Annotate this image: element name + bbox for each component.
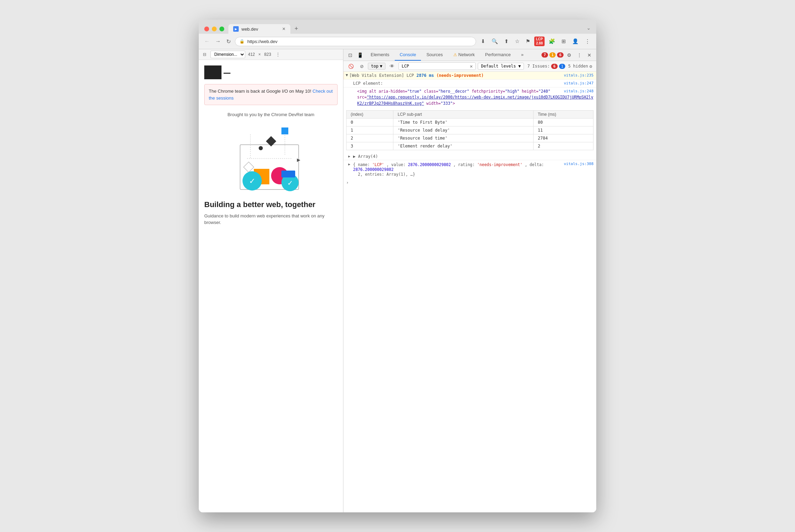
- devtools-device-icon[interactable]: 📱: [355, 50, 365, 61]
- warn-count-badge: 1: [549, 52, 556, 58]
- toolbar-actions: ⬇ 🔍 ⬆ ☆ ⚑ LCP 2.88 🧩 ⊞ 👤 ⋮: [479, 37, 592, 46]
- download-icon[interactable]: ⬇: [479, 37, 487, 46]
- tab-performance[interactable]: Performance: [480, 49, 515, 61]
- lcp-badge-value: 2.88: [536, 41, 543, 45]
- console-gear-icon[interactable]: ⚙: [589, 64, 592, 69]
- maximize-button[interactable]: [219, 27, 224, 31]
- page-heading: Building a better web, together: [204, 200, 338, 210]
- vitals-ref-1[interactable]: vitals.js:235: [564, 73, 593, 78]
- attr-width-val: "333": [441, 101, 453, 106]
- row-1-part: 'Resource load delay': [393, 126, 534, 134]
- devtools-inspect-icon[interactable]: ⊡: [346, 50, 354, 61]
- issues-error-badge: 6: [551, 64, 558, 69]
- browser-viewport: ⊟ Dimension... 412 × 823 ⋮ The Chrome te…: [199, 49, 343, 512]
- tab-sources[interactable]: Sources: [422, 49, 448, 61]
- row-1-index: 1: [347, 126, 393, 134]
- devtools-panel: ⊡ 📱 Elements Console Sources ⚠ Network P…: [343, 49, 596, 512]
- console-toolbar: 🚫 ⊘ top ▼ 👁 ✕ Default levels ▼ 7 Issues:: [343, 61, 596, 72]
- devtools-close-icon[interactable]: ✕: [585, 50, 593, 61]
- split-icon[interactable]: ⊞: [559, 37, 568, 46]
- vitals-ref-2[interactable]: vitals.js:247: [564, 81, 593, 85]
- obj-expand-icon[interactable]: ▶: [348, 162, 350, 166]
- filter-clear-icon[interactable]: ✕: [470, 63, 473, 69]
- attr-width: width=: [426, 101, 441, 106]
- obj-comma3: ,: [525, 162, 530, 167]
- brought-by-text: Brought to you by the Chrome DevRel team: [204, 112, 338, 117]
- hero-illustration: ✓ ✓: [230, 124, 312, 193]
- console-clear-button[interactable]: 🚫: [346, 63, 356, 70]
- address-bar[interactable]: 🔒 https://web.dev: [235, 37, 476, 46]
- row-2-time: 2784: [534, 134, 593, 142]
- flag-icon[interactable]: ⚑: [524, 37, 532, 46]
- console-filter-input[interactable]: [402, 64, 468, 69]
- main-area: ⊟ Dimension... 412 × 823 ⋮ The Chrome te…: [199, 49, 596, 512]
- lcp-header-label: [Web Vitals Extension] LCP: [349, 73, 414, 78]
- devtools-toggle-button[interactable]: ⊟: [202, 51, 208, 58]
- error-count-badge: 7: [541, 52, 548, 58]
- page-content: The Chrome team is back at Google I/O on…: [199, 60, 343, 232]
- dimension-selector[interactable]: Dimension...: [210, 51, 245, 58]
- context-value: top: [371, 64, 379, 69]
- extensions-icon[interactable]: 🧩: [547, 37, 557, 46]
- expand-arrow-lcp[interactable]: ▶: [345, 74, 349, 76]
- browser-window: ► web.dev ✕ + ⌄ ← → ↻ 🔒 https://web.dev …: [199, 20, 596, 512]
- new-tab-button[interactable]: +: [292, 24, 301, 34]
- attr-fetchpriority-val: "high": [505, 89, 522, 94]
- attr-src: src=: [357, 95, 367, 100]
- img-tag-close: >: [453, 101, 455, 106]
- console-filter[interactable]: ✕: [399, 62, 476, 70]
- console-content: ▶ vitals.js:235 [Web Vitals Extension] L…: [343, 72, 596, 512]
- bookmark-icon[interactable]: ☆: [513, 37, 522, 46]
- search-icon[interactable]: 🔍: [489, 37, 500, 46]
- tab-console[interactable]: Console: [395, 49, 421, 61]
- row-3-index: 3: [347, 142, 393, 150]
- table-row: 3 'Element render delay' 2: [347, 142, 593, 150]
- obj-delta-val: 2876.200000029802: [353, 167, 394, 172]
- array-expand-icon[interactable]: ▶: [348, 154, 350, 158]
- active-tab[interactable]: ► web.dev ✕: [228, 24, 290, 34]
- table-header-subpart: LCP sub-part: [393, 110, 534, 118]
- profile-icon[interactable]: 👤: [570, 37, 581, 46]
- levels-selector[interactable]: Default levels ▼: [478, 63, 524, 70]
- tab-more[interactable]: »: [516, 49, 528, 61]
- tab-close-button[interactable]: ✕: [282, 27, 286, 31]
- forward-button[interactable]: →: [214, 37, 222, 46]
- eye-icon[interactable]: 👁: [388, 62, 396, 70]
- hidden-count: 5 hidden: [568, 64, 588, 69]
- table-header-index: (index): [347, 110, 393, 118]
- console-stop-button[interactable]: ⊘: [358, 63, 366, 70]
- attr-src-val[interactable]: "https://app.requestly.io/delay/2000/htt…: [357, 95, 593, 105]
- more-icon[interactable]: ⋮: [583, 37, 592, 46]
- obj-entries: 2, entries: Array(1), …}: [353, 172, 415, 177]
- attr-aria-val: "true": [407, 89, 424, 94]
- hero-svg: ✓ ✓: [230, 124, 312, 193]
- tab-elements[interactable]: Elements: [366, 49, 394, 61]
- table-header-time: Time (ms): [534, 110, 593, 118]
- devtools-more-icon[interactable]: ⋮: [575, 50, 584, 61]
- svg-marker-9: [244, 162, 254, 172]
- lcp-element-label: LCP element:: [353, 81, 383, 86]
- share-icon[interactable]: ⬆: [502, 37, 511, 46]
- devtools-settings-icon[interactable]: ⚙: [565, 50, 574, 61]
- table-row: 0 'Time to First Byte' 80: [347, 118, 593, 126]
- issues-message-badge: 1: [559, 64, 566, 69]
- close-button[interactable]: [204, 27, 209, 31]
- console-entry-lcp-element: vitals.js:247 LCP element:: [343, 80, 596, 88]
- context-selector[interactable]: top ▼: [368, 63, 385, 70]
- notification-banner: The Chrome team is back at Google I/O on…: [204, 84, 338, 105]
- console-entry-img: vitals.js:248 <img alt aria-hidden="true…: [343, 88, 596, 108]
- vitals-ref-3[interactable]: vitals.js:248: [564, 89, 593, 94]
- chevron-down-icon[interactable]: ⌄: [587, 25, 591, 31]
- reload-button[interactable]: ↻: [225, 37, 232, 46]
- levels-label: Default levels: [481, 64, 516, 69]
- tab-network[interactable]: ⚠ Network: [448, 49, 480, 61]
- back-button[interactable]: ←: [203, 37, 211, 46]
- obj-value-val: 2876.2000000029802: [408, 162, 451, 167]
- viewport-more-icon[interactable]: ⋮: [274, 51, 282, 58]
- tab-title: web.dev: [241, 27, 258, 32]
- console-entry-lcp-header: ▶ vitals.js:235 [Web Vitals Extension] L…: [343, 72, 596, 80]
- viewport-toolbar: ⊟ Dimension... 412 × 823 ⋮: [199, 49, 343, 60]
- levels-chevron: ▼: [518, 64, 521, 69]
- browser-toolbar: ← → ↻ 🔒 https://web.dev ⬇ 🔍 ⬆ ☆ ⚑ LCP 2.…: [199, 34, 596, 49]
- minimize-button[interactable]: [212, 27, 217, 31]
